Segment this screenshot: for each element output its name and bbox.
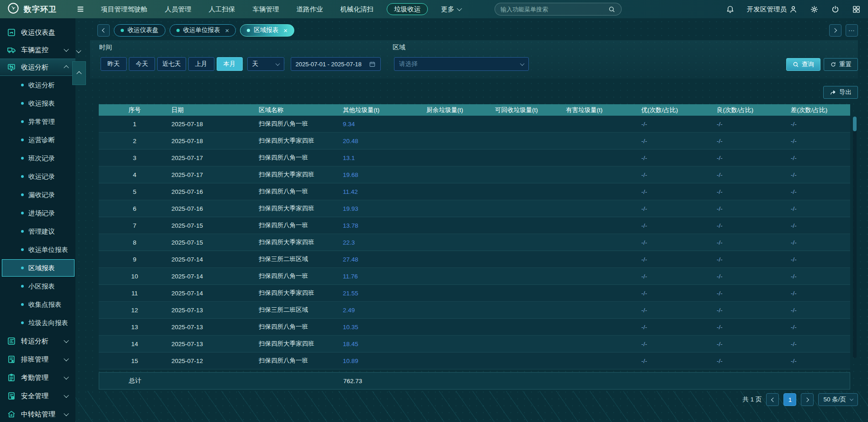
- sidebar-subitem[interactable]: 收运分析: [0, 76, 75, 94]
- tab-close-icon[interactable]: ×: [225, 27, 229, 34]
- next-page-button[interactable]: [801, 393, 814, 406]
- sidebar-subitem[interactable]: 收运记录: [0, 167, 75, 186]
- sidebar-item-collection-analysis[interactable]: 收运分析: [0, 59, 75, 76]
- export-row: 导出: [75, 86, 858, 99]
- date-range-value: 2025-07-01 - 2025-07-18: [296, 61, 362, 68]
- tabs-scroll-left-button[interactable]: [97, 24, 110, 37]
- topnav-item[interactable]: 项目管理驾驶舱: [92, 0, 156, 18]
- table-row[interactable]: 122025-07-13扫保三所二班区域2.49-/--/--/-: [99, 302, 850, 319]
- table-scrollbar[interactable]: [853, 117, 857, 358]
- reset-button[interactable]: 重置: [824, 58, 858, 71]
- topnav-item[interactable]: 车辆管理: [244, 0, 288, 18]
- notification-bell-icon[interactable]: [726, 5, 735, 14]
- topnav-item[interactable]: 垃圾收运: [387, 3, 428, 15]
- table-row[interactable]: 92025-07-14扫保三所二班区域27.48-/--/--/-: [99, 251, 850, 268]
- granularity-select[interactable]: 天: [247, 57, 284, 71]
- table-cell: -/-: [790, 150, 850, 166]
- sidebar-item-transfer-station[interactable]: 中转站管理: [0, 405, 75, 422]
- tab-item[interactable]: 收运单位报表×: [170, 24, 236, 37]
- truck-icon: [7, 45, 16, 54]
- apps-grid-icon[interactable]: [852, 5, 861, 14]
- quick-range-button[interactable]: 本月: [217, 57, 243, 71]
- table-row[interactable]: 22025-07-18扫保四所大季家四班20.48-/--/--/-: [99, 133, 850, 150]
- table-row[interactable]: 152025-07-12扫保四所八角一班10.89-/--/--/-: [99, 353, 850, 369]
- sidebar-subitem[interactable]: 漏收记录: [0, 186, 75, 204]
- sidebar-subitem[interactable]: 进场记录: [0, 204, 75, 222]
- table-row[interactable]: 12025-07-18扫保四所八角一班9.34-/--/--/-: [99, 116, 850, 133]
- sidebar-item-safety-management[interactable]: 安全管理: [0, 387, 75, 405]
- current-page-button[interactable]: 1: [783, 393, 796, 406]
- sidebar-subitem[interactable]: 收运单位报表: [0, 240, 75, 259]
- tab-item[interactable]: 收运仪表盘: [114, 24, 165, 37]
- panel-collapse-up-button[interactable]: [72, 61, 86, 85]
- table-cell: -/-: [716, 268, 790, 284]
- sidebar-subitem[interactable]: 异常管理: [0, 112, 75, 131]
- sidebar-subitem[interactable]: 收运报表: [0, 94, 75, 112]
- area-filter-label: 区域: [393, 43, 405, 52]
- sidebar-subitem-label: 管理建议: [28, 227, 55, 236]
- sidebar-item-transfer-analysis[interactable]: 转运分析: [0, 332, 75, 350]
- prev-page-button[interactable]: [766, 393, 779, 406]
- topnav-item[interactable]: 更多: [432, 0, 470, 18]
- page-size-select[interactable]: 50 条/页: [818, 393, 858, 406]
- power-logout-icon[interactable]: [831, 5, 840, 14]
- sidebar-subitem[interactable]: 小区报表: [0, 277, 75, 295]
- date-range-picker[interactable]: 2025-07-01 - 2025-07-18: [291, 57, 381, 71]
- sidebar-subitem[interactable]: 垃圾去向报表: [0, 314, 75, 332]
- quick-range-button[interactable]: 今天: [129, 57, 155, 71]
- topnav-item-label: 垃圾收运: [394, 5, 421, 14]
- table-row[interactable]: 62025-07-16扫保四所大季家四班19.93-/--/--/-: [99, 200, 850, 217]
- topnav-item[interactable]: 机械化清扫: [332, 0, 383, 18]
- sidebar-subitem[interactable]: 收集点报表: [0, 295, 75, 314]
- table-row[interactable]: 112025-07-14扫保四所大季家四班21.55-/--/--/-: [99, 285, 850, 302]
- scrollbar-thumb[interactable]: [853, 117, 857, 131]
- function-search[interactable]: [495, 3, 622, 16]
- export-button[interactable]: 导出: [823, 86, 858, 99]
- table-header-row: 序号日期区域名称其他垃圾量(t)厨余垃圾量(t)可回收垃圾量(t)有害垃圾量(t…: [99, 104, 850, 116]
- panel-collapse-down-button[interactable]: [77, 47, 80, 55]
- sidebar-item-vehicle-monitor[interactable]: 车辆监控: [0, 41, 75, 59]
- settings-gear-icon[interactable]: [810, 5, 819, 14]
- quick-range-button[interactable]: 昨天: [101, 57, 127, 71]
- time-filter-label: 时间: [99, 43, 112, 52]
- search-input[interactable]: [501, 6, 604, 13]
- tabs-more-button[interactable]: ...: [846, 24, 858, 37]
- quick-range-button[interactable]: 上月: [188, 57, 214, 71]
- topnav-item[interactable]: 人员管理: [156, 0, 200, 18]
- search-icon[interactable]: [608, 5, 616, 13]
- table-cell: -/-: [716, 353, 790, 369]
- table-row[interactable]: 142025-07-13扫保四所大季家四班18.45-/--/--/-: [99, 336, 850, 353]
- tabs-scroll-right-button[interactable]: [829, 24, 841, 37]
- query-button[interactable]: 查询: [786, 58, 820, 71]
- table-row[interactable]: 82025-07-15扫保四所大季家四班22.3-/--/--/-: [99, 234, 850, 251]
- document-check-icon: [7, 391, 16, 401]
- sidebar-item-dashboard[interactable]: 收运仪表盘: [0, 24, 75, 41]
- table-row[interactable]: 32025-07-17扫保四所八角一班13.1-/--/--/-: [99, 150, 850, 166]
- table-row[interactable]: 72025-07-15扫保四所八角一班13.78-/--/--/-: [99, 217, 850, 234]
- sidebar-subitem[interactable]: 管理建议: [0, 222, 75, 240]
- table-row[interactable]: 132025-07-13扫保四所八角一班10.35-/--/--/-: [99, 319, 850, 336]
- sidebar-subitem[interactable]: 运营诊断: [0, 131, 75, 149]
- tab-dot-icon: [247, 29, 250, 32]
- table-row[interactable]: 42025-07-17扫保四所大季家四班19.68-/--/--/-: [99, 166, 850, 183]
- topnav-item[interactable]: 道路作业: [288, 0, 332, 18]
- table-row[interactable]: 52025-07-16扫保四所八角一班11.42-/--/--/-: [99, 183, 850, 200]
- table-row[interactable]: 102025-07-14扫保四所八角一班11.76-/--/--/-: [99, 268, 850, 285]
- table-cell: 扫保四所八角一班: [258, 268, 342, 284]
- user-account[interactable]: 开发区管理员: [747, 5, 798, 14]
- topnav-item[interactable]: 人工扫保: [200, 0, 244, 18]
- sidebar-subitem-label: 收运记录: [28, 172, 55, 181]
- area-select[interactable]: 请选择: [394, 57, 529, 71]
- menu-icon[interactable]: [76, 5, 85, 14]
- sidebar-item-shift-management[interactable]: 排班管理: [0, 350, 75, 369]
- sidebar-item-attendance-management[interactable]: 考勤管理: [0, 369, 75, 387]
- quick-range-button[interactable]: 近七天: [157, 57, 186, 71]
- sidebar-subitem[interactable]: 区域报表: [2, 259, 75, 277]
- table-cell: -/-: [790, 116, 850, 132]
- sidebar-subitem[interactable]: 班次记录: [0, 149, 75, 167]
- tab-close-icon[interactable]: ×: [283, 27, 288, 34]
- tab-item[interactable]: 区域报表×: [240, 24, 294, 37]
- topnav-item-label: 车辆管理: [253, 5, 279, 14]
- table-cell: 2025-07-14: [170, 251, 258, 267]
- sidebar-item-label: 转运分析: [21, 337, 48, 346]
